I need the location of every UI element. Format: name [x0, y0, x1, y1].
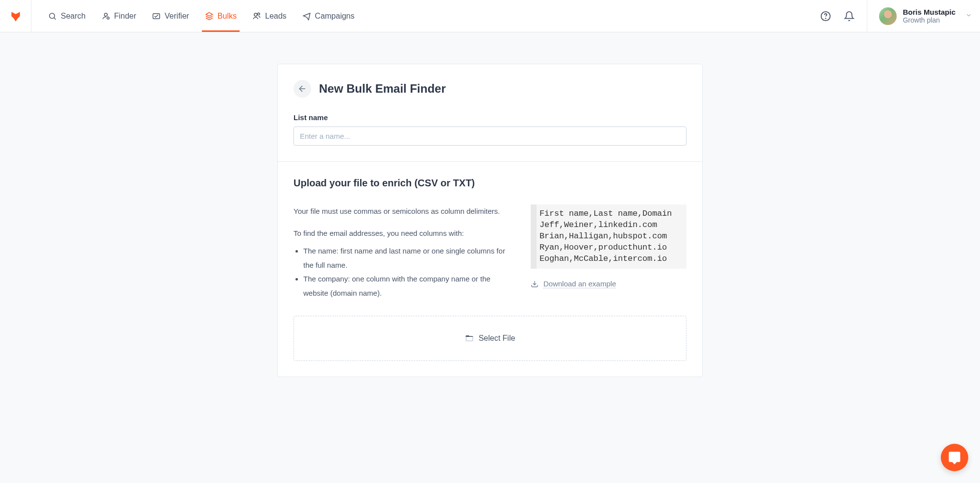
nav-label: Campaigns	[315, 12, 355, 21]
svg-point-10	[826, 18, 826, 19]
folder-open-icon	[465, 334, 474, 343]
card-header: New Bulk Email Finder	[278, 64, 702, 113]
nav-label: Verifier	[165, 12, 189, 21]
arrow-left-icon	[297, 84, 307, 94]
search-icon	[48, 12, 57, 21]
user-avatar	[879, 7, 897, 25]
select-file-label: Select File	[479, 334, 515, 343]
svg-marker-6	[206, 12, 213, 16]
user-name: Boris Mustapic	[903, 8, 956, 16]
svg-point-2	[104, 13, 107, 16]
nav-label: Finder	[114, 12, 136, 21]
svg-line-1	[54, 18, 55, 19]
bell-icon	[844, 11, 855, 22]
finder-icon	[101, 12, 110, 21]
file-dropzone[interactable]: Select File	[294, 316, 686, 361]
bullet-company: The company: one column with the company…	[303, 272, 507, 300]
card: New Bulk Email Finder List name Upload y…	[277, 64, 703, 377]
upload-section: Upload your file to enrich (CSV or TXT) …	[278, 161, 702, 377]
svg-line-4	[109, 19, 109, 19]
user-plan: Growth plan	[903, 16, 956, 24]
main-content: New Bulk Email Finder List name Upload y…	[0, 32, 980, 377]
nav-campaigns[interactable]: Campaigns	[295, 0, 362, 32]
requirements-list: The name: first name and last name or on…	[294, 244, 507, 300]
upload-columns: Your file must use commas or semicolons …	[294, 204, 686, 300]
bulks-icon	[205, 12, 214, 21]
columns-intro: To find the email addresses, you need co…	[294, 227, 507, 241]
form-section: List name	[278, 113, 702, 161]
page-title: New Bulk Email Finder	[319, 82, 446, 96]
svg-point-8	[257, 13, 260, 15]
nav-verifier[interactable]: Verifier	[145, 0, 196, 32]
nav-right: Boris Mustapic Growth plan	[820, 0, 980, 32]
leads-icon	[252, 12, 261, 21]
list-name-label: List name	[294, 113, 686, 122]
nav-leads[interactable]: Leads	[245, 0, 294, 32]
delimiter-text: Your file must use commas or semicolons …	[294, 204, 507, 219]
code-example: First name,Last name,Domain Jeff,Weiner,…	[531, 204, 686, 269]
notifications-button[interactable]	[843, 10, 855, 22]
nav-bulks[interactable]: Bulks	[198, 0, 244, 32]
nav-label: Leads	[265, 12, 287, 21]
list-name-input[interactable]	[294, 127, 686, 146]
chevron-down-icon	[965, 12, 972, 21]
nav-label: Bulks	[218, 12, 237, 21]
upload-title: Upload your file to enrich (CSV or TXT)	[294, 178, 686, 189]
nav-label: Search	[61, 12, 86, 21]
svg-point-0	[49, 13, 55, 19]
user-info: Boris Mustapic Growth plan	[903, 8, 956, 24]
nav-search[interactable]: Search	[41, 0, 93, 32]
help-button[interactable]	[820, 10, 832, 22]
top-nav: Search Finder Verifier Bulks Leads	[0, 0, 980, 32]
campaigns-icon	[302, 12, 311, 21]
user-menu[interactable]: Boris Mustapic Growth plan	[867, 0, 972, 32]
verifier-icon	[152, 12, 161, 21]
back-button[interactable]	[294, 80, 311, 98]
fox-logo-icon	[9, 10, 22, 23]
example-column: First name,Last name,Domain Jeff,Weiner,…	[531, 204, 686, 300]
help-icon	[820, 11, 831, 22]
nav-items: Search Finder Verifier Bulks Leads	[31, 0, 362, 32]
download-icon	[531, 280, 539, 288]
upload-instructions: Your file must use commas or semicolons …	[294, 204, 507, 300]
download-label: Download an example	[543, 280, 616, 288]
download-example-link[interactable]: Download an example	[531, 280, 616, 288]
svg-point-7	[254, 13, 257, 16]
nav-finder[interactable]: Finder	[95, 0, 143, 32]
bullet-name: The name: first name and last name or on…	[303, 244, 507, 272]
app-logo[interactable]	[0, 0, 31, 32]
